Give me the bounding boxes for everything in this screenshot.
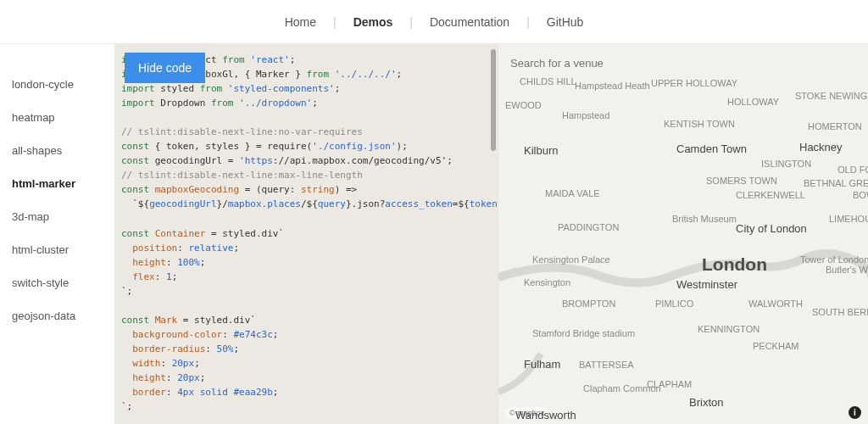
map-label: Hackney: [799, 141, 843, 153]
nav-separator: |: [526, 15, 530, 29]
map-label: Tower of London: [800, 254, 868, 265]
sidebar-item-switch-style[interactable]: switch-style: [12, 266, 103, 299]
map-label: EWOOD: [505, 100, 542, 110]
map-label: ISLINGTON: [761, 159, 811, 169]
map-label: BROMPTON: [562, 298, 615, 309]
nav-separator: |: [409, 15, 413, 29]
nav-demos[interactable]: Demos: [352, 12, 395, 32]
info-icon[interactable]: i: [849, 406, 861, 419]
scrollbar[interactable]: [491, 49, 496, 151]
map-label: CHILDS HILL: [520, 76, 576, 86]
map-label: SOMERS TOWN: [706, 176, 777, 186]
map-label: PADDINGTON: [558, 222, 619, 232]
map-label: STOKE NEWINGTON: [795, 91, 868, 101]
map-label: KENTISH TOWN: [664, 119, 735, 129]
code-block[interactable]: import * as React from 'react'; import R…: [121, 53, 486, 424]
map-label: Hampstead Heath: [575, 81, 650, 91]
map-label: CLERKENWELL: [736, 190, 805, 200]
map-label: British Museum: [672, 214, 737, 224]
sidebar: london-cycleheatmapall-shapeshtml-marker…: [0, 44, 114, 424]
map-label: City of London: [736, 222, 807, 235]
map-label: Fulham: [524, 358, 560, 371]
map-label: BOW: [853, 190, 868, 200]
map-label: Kensington Palace: [532, 254, 610, 265]
nav-documentation[interactable]: Documentation: [428, 12, 511, 32]
code-panel: Hide code import * as React from 'react'…: [114, 44, 498, 424]
hide-code-button[interactable]: Hide code: [125, 53, 205, 83]
nav-github[interactable]: GitHub: [545, 12, 586, 32]
map-label: Westminster: [676, 278, 737, 291]
search-input[interactable]: [510, 49, 856, 76]
map-label: UPPER HOLLOWAY: [651, 78, 737, 88]
map-label: PIMLICO: [655, 298, 693, 309]
map-label: PECKHAM: [753, 341, 798, 351]
map-label: Kensington: [524, 277, 570, 287]
sidebar-item-geojson-data[interactable]: geojson-data: [12, 299, 103, 332]
sidebar-item-html-marker[interactable]: html-marker: [12, 167, 103, 200]
nav-separator: |: [333, 15, 337, 29]
main: london-cycleheatmapall-shapeshtml-marker…: [0, 44, 868, 424]
map-label: London: [702, 254, 767, 275]
map-label: Brixton: [689, 396, 723, 409]
map-label: HOLLOWAY: [727, 97, 779, 107]
map-label: MAIDA VALE: [545, 188, 600, 198]
map-label: KENNINGTON: [698, 324, 760, 334]
nav-home[interactable]: Home: [283, 12, 318, 32]
top-nav: Home | Demos | Documentation | GitHub: [0, 0, 868, 44]
map-label: Wandsworth: [515, 409, 576, 421]
sidebar-item-all-shapes[interactable]: all-shapes: [12, 134, 103, 167]
sidebar-item-3d-map[interactable]: 3d-map: [12, 200, 103, 233]
map-label: HOMERTON: [808, 121, 862, 131]
map-label: Butler's Wharf: [826, 265, 868, 275]
map-label: BATTERSEA: [579, 360, 634, 370]
sidebar-item-london-cycle[interactable]: london-cycle: [12, 68, 103, 101]
map-label: SOUTH BERMONDSEY: [812, 307, 868, 317]
sidebar-item-html-cluster[interactable]: html-cluster: [12, 233, 103, 266]
map-label: Stamford Bridge stadium: [532, 328, 635, 338]
map-panel[interactable]: © mapbox i LondonCity of LondonWestminst…: [498, 44, 868, 424]
map-label: WALWORTH: [748, 298, 803, 309]
map-label: OLD FORD: [837, 165, 868, 175]
map-label: Hampstead: [562, 110, 609, 120]
map-label: BETHNAL GREEN: [804, 178, 868, 188]
map-label: Kilburn: [524, 144, 558, 157]
map-label: Clapham Common: [583, 383, 661, 393]
map-label: Camden Town: [676, 142, 747, 155]
sidebar-item-heatmap[interactable]: heatmap: [12, 101, 103, 134]
map-label: LIMEHOUSE: [829, 214, 868, 224]
